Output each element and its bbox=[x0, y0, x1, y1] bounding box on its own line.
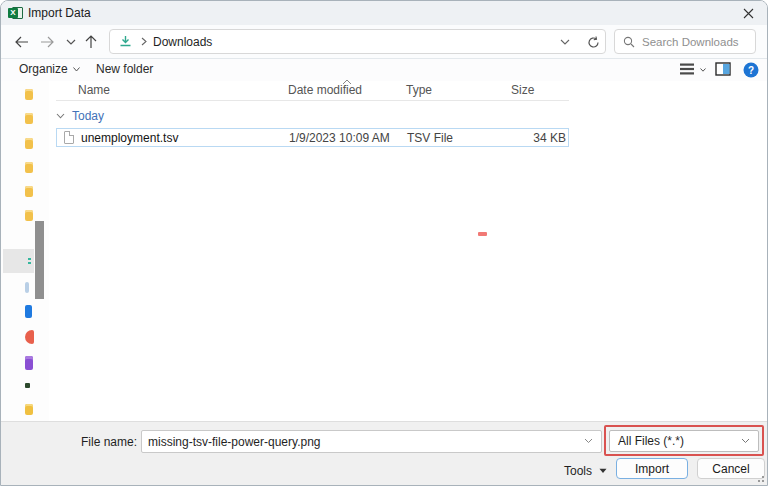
group-header-today[interactable]: Today bbox=[56, 109, 104, 123]
back-arrow-icon bbox=[14, 36, 29, 48]
new-folder-label: New folder bbox=[96, 62, 153, 76]
details-view-icon bbox=[679, 62, 695, 76]
file-name: unemployment.tsv bbox=[81, 131, 178, 145]
search-input[interactable] bbox=[642, 36, 747, 48]
nav-item-icon[interactable] bbox=[25, 282, 29, 293]
column-header-size[interactable]: Size bbox=[511, 83, 569, 100]
close-button[interactable] bbox=[729, 1, 767, 25]
file-type-select[interactable]: All Files (*.*) bbox=[609, 430, 759, 452]
caret-down-icon bbox=[700, 68, 706, 72]
organize-button[interactable]: Organize bbox=[19, 62, 80, 76]
chevron-down-icon bbox=[560, 39, 570, 45]
window-title: Import Data bbox=[28, 6, 91, 20]
file-name-label: File name: bbox=[1, 435, 137, 449]
help-icon: ? bbox=[743, 62, 759, 78]
nav-item-icon[interactable] bbox=[25, 330, 34, 344]
search-icon bbox=[623, 36, 635, 48]
tools-label: Tools bbox=[564, 464, 592, 478]
svg-text:?: ? bbox=[748, 65, 754, 76]
back-button[interactable] bbox=[13, 34, 29, 50]
search-box[interactable] bbox=[614, 29, 756, 54]
dialog-footer: File name: All Files (*.*) Tools Import … bbox=[1, 421, 767, 485]
forward-button[interactable] bbox=[39, 34, 55, 50]
file-type-value: All Files (*.*) bbox=[618, 434, 684, 448]
close-icon bbox=[743, 8, 754, 19]
group-collapse-chevron-icon bbox=[56, 113, 65, 119]
folder-icon[interactable] bbox=[25, 210, 33, 221]
caret-down-icon bbox=[599, 468, 607, 474]
import-data-dialog: X Import Data Downloads bbox=[0, 0, 768, 486]
help-button[interactable]: ? bbox=[743, 62, 759, 78]
resize-grip[interactable] bbox=[756, 474, 764, 482]
column-headers: Name Date modified Type Size bbox=[56, 83, 569, 101]
file-name-input[interactable] bbox=[141, 430, 602, 453]
column-header-date-modified[interactable]: Date modified bbox=[288, 83, 406, 100]
new-folder-button[interactable]: New folder bbox=[96, 62, 153, 76]
caret-down-icon bbox=[73, 67, 80, 72]
column-header-name[interactable]: Name bbox=[56, 83, 288, 100]
folder-icon[interactable] bbox=[25, 186, 33, 197]
forward-arrow-icon bbox=[40, 36, 55, 48]
import-button[interactable]: Import bbox=[616, 458, 688, 479]
view-mode-button[interactable] bbox=[679, 62, 695, 76]
preview-pane-icon bbox=[715, 62, 731, 76]
command-bar: Organize New folder ? bbox=[1, 59, 767, 81]
sidebar-scrollbar-thumb[interactable] bbox=[35, 221, 44, 299]
chevron-down-icon bbox=[66, 39, 76, 45]
downloads-folder-icon bbox=[119, 35, 132, 48]
file-row-unemployment-tsv[interactable]: unemployment.tsv 1/9/2023 10:09 AM TSV F… bbox=[56, 128, 569, 147]
address-bar[interactable]: Downloads bbox=[109, 29, 606, 54]
column-header-type[interactable]: Type bbox=[406, 83, 511, 100]
file-type: TSV File bbox=[407, 131, 512, 145]
folder-icon[interactable] bbox=[25, 113, 33, 124]
up-arrow-icon bbox=[85, 35, 97, 49]
cancel-button[interactable]: Cancel bbox=[697, 458, 765, 479]
address-dropdown-button[interactable] bbox=[560, 39, 574, 53]
up-button[interactable] bbox=[83, 34, 99, 50]
view-mode-caret[interactable] bbox=[700, 68, 706, 72]
content-area: Name Date modified Type Size Today unemp… bbox=[1, 81, 767, 421]
nav-item-icon[interactable] bbox=[25, 305, 32, 318]
folder-icon[interactable] bbox=[25, 138, 33, 149]
folder-icon[interactable] bbox=[25, 162, 33, 173]
folder-icon[interactable] bbox=[25, 89, 33, 100]
file-document-icon bbox=[64, 131, 74, 144]
sort-ascending-icon[interactable] bbox=[342, 79, 352, 85]
file-list: Name Date modified Type Size Today unemp… bbox=[51, 81, 767, 421]
title-bar: X Import Data bbox=[1, 1, 767, 25]
selected-nav-item[interactable] bbox=[3, 249, 34, 273]
breadcrumb-downloads[interactable]: Downloads bbox=[153, 35, 212, 49]
excel-app-icon: X bbox=[8, 6, 23, 20]
preview-pane-button[interactable] bbox=[715, 62, 731, 76]
file-name-dropdown-icon[interactable] bbox=[584, 438, 593, 444]
recent-locations-button[interactable] bbox=[63, 34, 79, 50]
navigation-bar: Downloads bbox=[1, 25, 767, 59]
annotation-red-dash bbox=[478, 232, 487, 236]
tools-button[interactable]: Tools bbox=[564, 461, 607, 481]
chevron-down-icon bbox=[741, 438, 750, 444]
nav-item-icon[interactable] bbox=[25, 356, 33, 370]
file-date-modified: 1/9/2023 10:09 AM bbox=[289, 131, 407, 145]
navigation-pane bbox=[1, 81, 49, 421]
nav-item-icon[interactable] bbox=[25, 383, 30, 388]
refresh-icon bbox=[587, 36, 600, 49]
group-label: Today bbox=[72, 109, 104, 123]
nav-item-icon[interactable] bbox=[25, 404, 33, 415]
file-size: 34 KB bbox=[512, 131, 570, 145]
refresh-button[interactable] bbox=[587, 36, 601, 50]
organize-label: Organize bbox=[19, 62, 68, 76]
breadcrumb-chevron-icon bbox=[141, 37, 147, 46]
